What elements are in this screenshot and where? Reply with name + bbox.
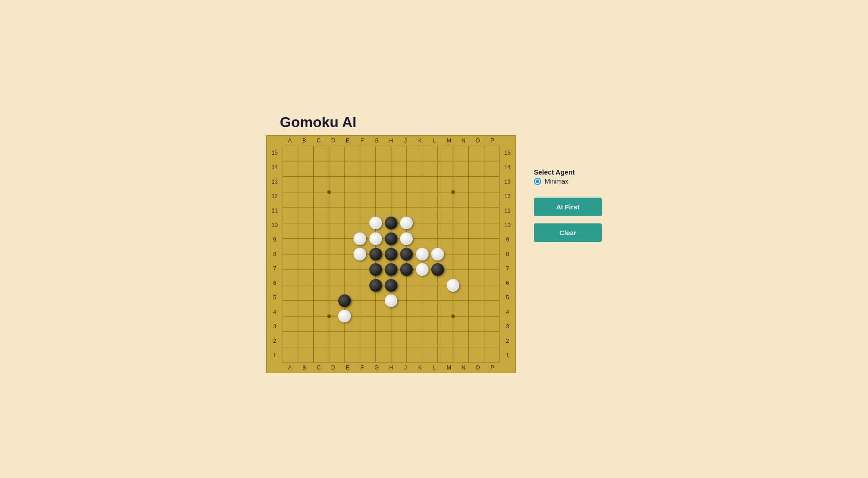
stone-8 <box>369 248 382 260</box>
col-label-G: G <box>369 137 384 144</box>
col-label-bottom-K: K <box>413 364 427 371</box>
row-label-left-10: 10 <box>270 218 279 232</box>
row-labels-left: 151413121110987654321 <box>267 146 283 363</box>
board-grid[interactable] <box>283 146 500 363</box>
row-labels-right: 151413121110987654321 <box>500 146 515 363</box>
stones-layer <box>283 146 500 363</box>
row-label-left-9: 9 <box>270 232 279 247</box>
stone-18 <box>369 279 382 292</box>
minimax-option[interactable]: Minimax <box>534 178 602 185</box>
row-label-right-1: 1 <box>503 348 512 363</box>
row-label-right-9: 9 <box>503 232 512 247</box>
row-label-right-10: 10 <box>503 218 512 232</box>
stone-22 <box>385 294 397 307</box>
stone-11 <box>416 248 429 260</box>
right-panel: Select Agent Minimax AI First Clear <box>534 168 602 242</box>
col-label-P: P <box>485 137 500 144</box>
row-label-right-13: 13 <box>503 175 512 189</box>
stone-4 <box>369 232 382 245</box>
minimax-label: Minimax <box>545 178 568 185</box>
board-wrapper: ABCDEFGHJKLMNOP 151413121110987654321 15… <box>266 135 516 373</box>
stone-21 <box>338 294 351 307</box>
stone-20 <box>447 279 459 292</box>
stone-9 <box>385 248 397 260</box>
col-label-A: A <box>283 137 297 144</box>
col-label-bottom-M: M <box>442 364 456 371</box>
row-label-left-4: 4 <box>270 305 279 319</box>
row-label-right-3: 3 <box>503 319 512 334</box>
col-label-E: E <box>340 137 355 144</box>
col-label-B: B <box>297 137 311 144</box>
col-label-bottom-L: L <box>427 364 442 371</box>
col-label-bottom-N: N <box>456 364 471 371</box>
stone-1 <box>385 217 397 229</box>
col-label-bottom-G: G <box>369 364 384 371</box>
col-label-H: H <box>384 137 398 144</box>
row-label-left-3: 3 <box>270 319 279 334</box>
row-label-right-14: 14 <box>503 160 512 175</box>
stone-3 <box>354 232 366 245</box>
row-label-right-8: 8 <box>503 247 512 261</box>
stone-0 <box>369 217 382 229</box>
col-label-C: C <box>311 137 326 144</box>
stone-16 <box>416 263 429 276</box>
col-label-bottom-E: E <box>340 364 355 371</box>
row-label-left-5: 5 <box>270 290 279 305</box>
col-label-bottom-A: A <box>283 364 297 371</box>
stone-14 <box>385 263 397 276</box>
row-label-left-7: 7 <box>270 261 279 276</box>
row-label-right-2: 2 <box>503 334 512 348</box>
row-label-right-6: 6 <box>503 276 512 290</box>
row-label-left-6: 6 <box>270 276 279 290</box>
stone-6 <box>400 232 413 245</box>
minimax-radio[interactable] <box>534 178 541 185</box>
col-label-bottom-D: D <box>326 364 340 371</box>
col-label-M: M <box>442 137 456 144</box>
stone-23 <box>338 310 351 322</box>
row-label-right-5: 5 <box>503 290 512 305</box>
select-agent-section: Select Agent Minimax <box>534 168 602 190</box>
row-label-left-8: 8 <box>270 247 279 261</box>
stone-17 <box>431 263 444 276</box>
clear-button[interactable]: Clear <box>534 223 602 242</box>
col-label-bottom-F: F <box>355 364 369 371</box>
col-label-bottom-C: C <box>311 364 326 371</box>
board-container[interactable]: ABCDEFGHJKLMNOP 151413121110987654321 15… <box>266 135 516 373</box>
stone-2 <box>400 217 413 229</box>
col-label-bottom-J: J <box>398 364 413 371</box>
row-label-left-13: 13 <box>270 175 279 189</box>
col-label-O: O <box>471 137 485 144</box>
main-container: Gomoku AI ABCDEFGHJKLMNOP 15141312111098… <box>266 114 602 373</box>
stone-12 <box>431 248 444 260</box>
col-labels-bottom: ABCDEFGHJKLMNOP <box>267 363 515 373</box>
row-label-right-11: 11 <box>503 204 512 218</box>
row-label-left-15: 15 <box>270 146 279 160</box>
row-label-right-15: 15 <box>503 146 512 160</box>
board-middle: 151413121110987654321 151413121110987654… <box>267 146 515 363</box>
col-label-D: D <box>326 137 340 144</box>
row-label-right-4: 4 <box>503 305 512 319</box>
stone-7 <box>354 248 366 260</box>
row-label-left-14: 14 <box>270 160 279 175</box>
stone-19 <box>385 279 397 292</box>
row-label-right-12: 12 <box>503 189 512 204</box>
row-label-left-1: 1 <box>270 348 279 363</box>
stone-10 <box>400 248 413 260</box>
col-label-L: L <box>427 137 442 144</box>
stone-13 <box>369 263 382 276</box>
col-labels-top: ABCDEFGHJKLMNOP <box>267 136 515 146</box>
col-label-N: N <box>456 137 471 144</box>
col-label-bottom-H: H <box>384 364 398 371</box>
col-label-F: F <box>355 137 369 144</box>
ai-first-button[interactable]: AI First <box>534 198 602 216</box>
col-label-K: K <box>413 137 427 144</box>
col-label-bottom-P: P <box>485 364 500 371</box>
stone-15 <box>400 263 413 276</box>
col-label-bottom-B: B <box>297 364 311 371</box>
row-label-left-12: 12 <box>270 189 279 204</box>
row-label-left-2: 2 <box>270 334 279 348</box>
left-panel: Gomoku AI ABCDEFGHJKLMNOP 15141312111098… <box>266 114 516 373</box>
row-label-left-11: 11 <box>270 204 279 218</box>
col-label-J: J <box>398 137 413 144</box>
select-agent-label: Select Agent <box>534 168 602 176</box>
